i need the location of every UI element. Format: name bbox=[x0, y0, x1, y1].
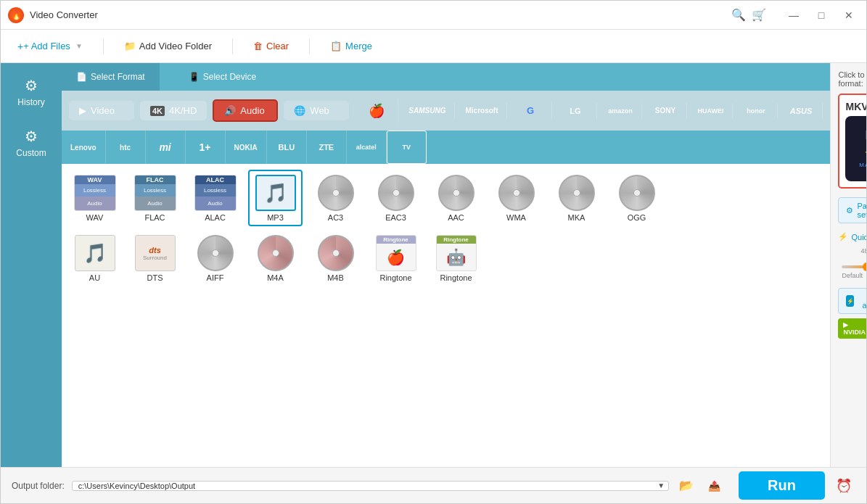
web-icon: 🌐 bbox=[294, 105, 305, 116]
window-controls: — □ ✕ bbox=[784, 7, 859, 23]
format-eac3[interactable]: EAC3 bbox=[369, 170, 423, 226]
merge-button[interactable]: 📋 Merge bbox=[324, 37, 378, 55]
format-m4b[interactable]: M4B bbox=[308, 230, 363, 286]
flac-icon: FLAC Lossless Audio bbox=[133, 174, 177, 212]
aac-icon bbox=[435, 174, 478, 212]
web-type-button[interactable]: 🌐 Web bbox=[284, 101, 349, 120]
path-dropdown-arrow[interactable]: ▼ bbox=[654, 482, 668, 489]
format-aac[interactable]: AAC bbox=[429, 170, 483, 226]
open-folder-button[interactable]: 📂 bbox=[676, 476, 697, 496]
format-row-2: 🎵 AU dts Surround DTS bbox=[67, 230, 824, 286]
device-blu[interactable]: BLU bbox=[267, 131, 307, 164]
brand-google[interactable]: G bbox=[509, 102, 552, 120]
brand-microsoft[interactable]: Microsoft bbox=[456, 103, 507, 118]
format-au[interactable]: 🎵 AU bbox=[67, 230, 122, 286]
device-alcatel[interactable]: alcatel bbox=[347, 131, 387, 164]
format-ogg[interactable]: OGG bbox=[609, 170, 664, 226]
format-dts[interactable]: dts Surround DTS bbox=[128, 230, 182, 286]
format-mp3[interactable]: 🎵 MP3 bbox=[248, 170, 303, 226]
right-panel: Click to change output format: MKV ▼ MKV… bbox=[830, 63, 866, 467]
sidebar-item-custom[interactable]: ⚙ Custom bbox=[2, 119, 60, 167]
wav-icon: WAV Lossless Audio bbox=[73, 174, 117, 212]
maximize-button[interactable]: □ bbox=[811, 7, 831, 23]
hw-accel-button[interactable]: ⚡ Hardware acceleration bbox=[838, 288, 866, 314]
device-nokia[interactable]: NOKIA bbox=[226, 131, 267, 164]
format-aiff[interactable]: AIFF bbox=[188, 230, 242, 286]
brand-apple[interactable]: 🍎 bbox=[355, 99, 398, 123]
search-icon[interactable]: 🔍 bbox=[728, 7, 749, 23]
video-type-button[interactable]: ▶ Video bbox=[69, 101, 134, 120]
clear-icon: 🗑 bbox=[253, 41, 263, 51]
device-oneplus[interactable]: 1+ bbox=[186, 131, 226, 164]
merge-icon: 📋 bbox=[330, 41, 342, 51]
format-m4a[interactable]: M4A bbox=[248, 230, 303, 286]
quality-thumb[interactable] bbox=[863, 263, 866, 271]
brand-sony[interactable]: SONY bbox=[644, 103, 687, 118]
format-mka[interactable]: MKA bbox=[549, 170, 604, 226]
tab-select-format[interactable]: 📄 Select Format bbox=[62, 63, 160, 91]
dts-icon: dts Surround bbox=[133, 234, 177, 272]
brand-huawei[interactable]: HUAWEI bbox=[689, 104, 733, 118]
label-480p: 480P bbox=[860, 247, 866, 255]
audio-icon: 🔊 bbox=[224, 105, 236, 116]
m4a-icon bbox=[254, 234, 297, 272]
output-format-name: MKV bbox=[845, 101, 866, 112]
format-ringtone-apple[interactable]: Ringtone 🍎 Ringtone bbox=[369, 230, 423, 286]
ac3-icon bbox=[314, 174, 358, 212]
ringtone-android-icon: Ringtone 🤖 bbox=[435, 234, 478, 272]
quality-slider[interactable] bbox=[842, 265, 866, 268]
format-ringtone-android[interactable]: Ringtone 🤖 Ringtone bbox=[429, 230, 483, 286]
gpu-row: ▶ NVIDIA intel Intel bbox=[838, 318, 866, 339]
device-lenovo[interactable]: Lenovo bbox=[62, 131, 106, 164]
format-header: MKV ▼ bbox=[845, 101, 866, 112]
format-ac3[interactable]: AC3 bbox=[308, 170, 363, 226]
format-flac[interactable]: FLAC Lossless Audio FLAC bbox=[128, 170, 182, 226]
param-settings-section: ⚙ Parameter settings bbox=[838, 197, 866, 223]
output-path-wrapper: c:\Users\Kevincy\Desktop\Output ▼ bbox=[72, 481, 669, 491]
close-button[interactable]: ✕ bbox=[839, 7, 859, 23]
format-alac[interactable]: ALAC Lossless Audio ALAC bbox=[188, 170, 242, 226]
add-files-button[interactable]: + + Add Files ▼ bbox=[12, 37, 89, 56]
device-zte[interactable]: ZTE bbox=[307, 131, 347, 164]
device-tv[interactable]: TV bbox=[387, 131, 427, 164]
device-htc[interactable]: htc bbox=[106, 131, 146, 164]
4k-type-button[interactable]: 4K 4K/HD bbox=[140, 101, 207, 120]
device-mi[interactable]: mi bbox=[146, 131, 186, 164]
format-wav[interactable]: WAV Lossless Audio WAV bbox=[67, 170, 122, 226]
brand-samsung[interactable]: SAMSUNG bbox=[400, 103, 455, 118]
browse-output-button[interactable]: 📤 bbox=[704, 476, 724, 496]
brand-honor[interactable]: honor bbox=[734, 104, 778, 118]
label-default: Default bbox=[842, 272, 863, 279]
cart-icon[interactable]: 🛒 bbox=[749, 7, 769, 23]
sidebar-custom-label: Custom bbox=[16, 148, 46, 158]
alarm-button[interactable]: ⏰ bbox=[832, 474, 855, 497]
quick-setting-icon: ⚡ bbox=[838, 232, 848, 241]
brand-asus[interactable]: ASUS bbox=[779, 103, 823, 119]
history-icon: ⚙ bbox=[25, 77, 38, 94]
audio-type-button[interactable]: 🔊 Audio bbox=[213, 99, 278, 122]
tab-select-device[interactable]: 📱 Select Device bbox=[174, 63, 271, 91]
titlebar: 🔥 Video Converter 🔍 🛒 — □ ✕ bbox=[1, 1, 866, 30]
add-video-folder-button[interactable]: 📁 Add Video Folder bbox=[118, 37, 218, 55]
run-button[interactable]: Run bbox=[739, 471, 825, 500]
clear-button[interactable]: 🗑 Clear bbox=[247, 37, 295, 55]
rp-title: Click to change output format: bbox=[838, 70, 866, 88]
sidebar: ⚙ History ⚙ Custom bbox=[1, 63, 62, 467]
output-label: Output folder: bbox=[12, 481, 65, 491]
output-format-box[interactable]: MKV ▼ MKV { } MATROŠKA bbox=[838, 94, 866, 189]
sidebar-item-history[interactable]: ⚙ History bbox=[2, 68, 60, 116]
format-type-row: ▶ Video 4K 4K/HD 🔊 Audio 🌐 Web 🍎 bbox=[62, 91, 830, 131]
param-settings-button[interactable]: ⚙ Parameter settings bbox=[838, 197, 866, 223]
custom-icon: ⚙ bbox=[25, 128, 38, 145]
format-device-tabs: 📄 Select Format 📱 Select Device bbox=[62, 63, 830, 91]
minimize-button[interactable]: — bbox=[784, 7, 804, 23]
nvidia-badge[interactable]: ▶ NVIDIA bbox=[838, 318, 866, 339]
device-tab-label: Select Device bbox=[203, 72, 256, 82]
output-path-text: c:\Users\Kevincy\Desktop\Output bbox=[73, 482, 654, 490]
brand-amazon[interactable]: amazon bbox=[599, 104, 642, 118]
format-wma[interactable]: WMA bbox=[489, 170, 543, 226]
sidebar-history-label: History bbox=[17, 97, 44, 107]
aiff-icon bbox=[194, 234, 237, 272]
add-files-dropdown[interactable]: ▼ bbox=[75, 42, 83, 50]
brand-lg[interactable]: LG bbox=[554, 103, 597, 119]
